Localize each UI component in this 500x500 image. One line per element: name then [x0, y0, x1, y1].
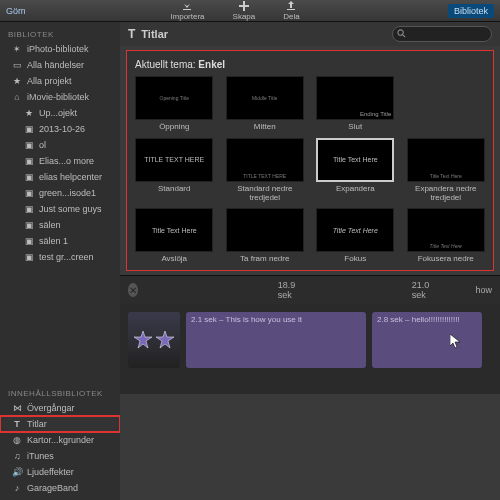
hide-button[interactable]: Göm [6, 6, 26, 16]
sidebar-label: ol [39, 140, 46, 150]
sidebar-item-ol[interactable]: ▣ol [0, 137, 120, 153]
title-preset-expand-lower[interactable]: Title Text HereExpandera nedre tredjedel [405, 138, 488, 203]
thumb-text: Opening Title [160, 95, 189, 101]
thumb-text: Title Text Here [333, 227, 378, 234]
sidebar-item-helpcenter[interactable]: ▣elias helpcenter [0, 169, 120, 185]
title-preset-expand[interactable]: Title Text HereExpandera [314, 138, 397, 203]
thumb-caption: Avslöja [161, 255, 187, 264]
thumb-caption: Öppning [159, 123, 189, 132]
create-label: Skapa [233, 12, 256, 21]
thumb-caption: Standard [158, 185, 190, 194]
guitar-icon: ♪ [12, 483, 22, 493]
import-button[interactable]: Importera [170, 1, 204, 21]
thumb-caption: Expandera [336, 185, 375, 194]
sidebar-item-maps[interactable]: ◍Kartor...kgrunder [0, 432, 120, 448]
star-icon [133, 330, 153, 350]
thumb-caption: Expandera nedre tredjedel [407, 185, 485, 203]
thumb-caption: Ta fram nedre [240, 255, 289, 264]
thumb-caption: Standard nedre tredjedel [226, 185, 304, 203]
title-preset-end[interactable]: Ending TitleSlut [314, 76, 397, 132]
video-clip-1[interactable]: 2.1 sek – This is how you use it [186, 312, 366, 368]
cursor-icon [450, 334, 462, 350]
title-preset-focus-lower[interactable]: Title Text HereFokusera nedre [405, 208, 488, 264]
sidebar-label: iTunes [27, 451, 54, 461]
search-icon [397, 29, 406, 40]
folder-icon: ▣ [24, 252, 34, 262]
titles-grid-panel: Aktuellt tema: Enkel Opening TitleÖppnin… [126, 50, 494, 271]
sidebar-label: Alla händelser [27, 60, 84, 70]
thumb-text: Title Text Here [333, 156, 378, 163]
sidebar-label: green...isode1 [39, 188, 96, 198]
house-icon: ⌂ [12, 92, 22, 102]
search-input[interactable] [392, 26, 492, 42]
sidebar-label: GarageBand [27, 483, 78, 493]
thumb-text: TITLE TEXT HERE [144, 156, 204, 163]
sidebar-label: Kartor...kgrunder [27, 435, 94, 445]
titles-header: T Titlar [120, 22, 500, 46]
share-label: Dela [283, 12, 299, 21]
svg-point-0 [398, 30, 403, 35]
how-label: how [476, 285, 493, 295]
sidebar-label: iPhoto-bibliotek [27, 44, 89, 54]
sidebar-label: Up...ojekt [39, 108, 77, 118]
sidebar-item-iphoto[interactable]: ✶iPhoto-bibliotek [0, 41, 120, 57]
text-icon: T [12, 419, 22, 429]
speaker-icon: 🔊 [12, 467, 22, 477]
svg-marker-3 [156, 331, 174, 348]
time-marker: 18.9 sek [278, 280, 302, 300]
sidebar-item-green[interactable]: ▣green...isode1 [0, 185, 120, 201]
title-preset-standard-lower[interactable]: TITLE TEXT HEREStandard nedre tredjedel [224, 138, 307, 203]
folder-icon: ▣ [24, 172, 34, 182]
star-icon [155, 330, 175, 350]
thumb-caption: Fokusera nedre [418, 255, 474, 264]
sidebar-item-guys[interactable]: ▣Just some guys [0, 201, 120, 217]
sidebar-item-events[interactable]: ▭Alla händelser [0, 57, 120, 73]
sidebar-item-project[interactable]: ★Up...ojekt [0, 105, 120, 121]
video-clip-2[interactable]: 2.8 sek – hello!!!!!!!!!!!!!! [372, 312, 482, 368]
title-preset-focus[interactable]: Title Text HereFokus [314, 208, 397, 264]
sidebar-item-date[interactable]: ▣2013-10-26 [0, 121, 120, 137]
film-icon: ▭ [12, 60, 22, 70]
thumb-text: Ending Title [360, 111, 391, 117]
thumb-caption: Mitten [254, 123, 276, 132]
thumb-text: TITLE TEXT HERE [243, 173, 286, 179]
thumb-text: Middle Title [252, 95, 277, 101]
title-preset-reveal-lower[interactable]: Ta fram nedre [224, 208, 307, 264]
sidebar-item-salen1[interactable]: ▣sälen 1 [0, 233, 120, 249]
sidebar-item-titles[interactable]: TTitlar [0, 416, 120, 432]
theme-label: Aktuellt tema: Enkel [135, 59, 487, 70]
share-icon [286, 1, 296, 11]
sidebar-item-projects[interactable]: ★Alla projekt [0, 73, 120, 89]
star-icon: ★ [24, 108, 34, 118]
clip-label: 2.1 sek – This is how you use it [191, 315, 302, 324]
sidebar-item-itunes[interactable]: ♫iTunes [0, 448, 120, 464]
title-preset-middle[interactable]: Middle TitleMitten [224, 76, 307, 132]
sidebar-item-imovie-lib[interactable]: ⌂iMovie-bibliotek [0, 89, 120, 105]
sidebar-label: elias helpcenter [39, 172, 102, 182]
sidebar-item-transitions[interactable]: ⋈Övergångar [0, 400, 120, 416]
thumb-text: Title Text Here [430, 243, 462, 249]
sidebar-label: sälen 1 [39, 236, 68, 246]
panel-title: Titlar [141, 28, 168, 40]
sidebar-label: Övergångar [27, 403, 75, 413]
title-preset-standard[interactable]: TITLE TEXT HEREStandard [133, 138, 216, 203]
library-button[interactable]: Bibliotek [448, 4, 494, 18]
sidebar-item-garageband[interactable]: ♪GarageBand [0, 480, 120, 496]
search-field[interactable] [392, 26, 492, 42]
sidebar-item-elias[interactable]: ▣Elias...o more [0, 153, 120, 169]
import-label: Importera [170, 12, 204, 21]
title-preset-reveal[interactable]: Title Text HereAvslöja [133, 208, 216, 264]
create-button[interactable]: Skapa [233, 1, 256, 21]
sidebar-item-soundfx[interactable]: 🔊Ljudeffekter [0, 464, 120, 480]
timeline[interactable]: 2.1 sek – This is how you use it 2.8 sek… [120, 304, 500, 394]
transition-clip[interactable] [128, 312, 180, 368]
sidebar-label: sälen [39, 220, 61, 230]
close-icon[interactable]: ✕ [128, 283, 138, 297]
sidebar-item-salen[interactable]: ▣sälen [0, 217, 120, 233]
title-preset-opening[interactable]: Opening TitleÖppning [133, 76, 216, 132]
sidebar-label: Ljudeffekter [27, 467, 74, 477]
folder-icon: ▣ [24, 140, 34, 150]
folder-icon: ▣ [24, 188, 34, 198]
sidebar-item-testgr[interactable]: ▣test gr...creen [0, 249, 120, 265]
share-button[interactable]: Dela [283, 1, 299, 21]
